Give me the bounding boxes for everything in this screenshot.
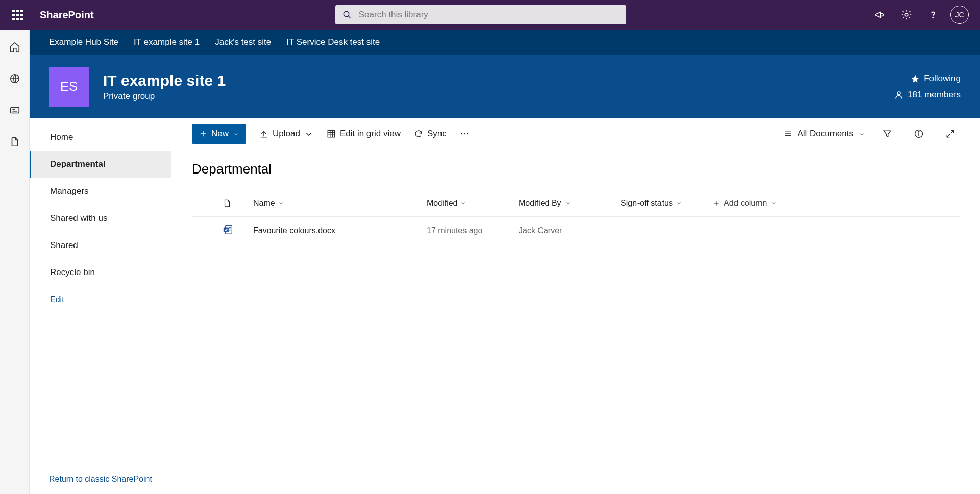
nav-item-recycle-bin[interactable]: Recycle bin	[30, 259, 171, 286]
svg-point-25	[918, 131, 919, 132]
nav-item-managers[interactable]: Managers	[30, 178, 171, 205]
library-title: Departmental	[172, 149, 980, 189]
site-logo[interactable]: ES	[49, 67, 89, 107]
person-icon	[894, 90, 903, 100]
svg-point-3	[933, 17, 933, 18]
new-button[interactable]: New	[192, 124, 246, 144]
gear-icon[interactable]	[894, 3, 919, 27]
new-label: New	[211, 129, 229, 139]
filter-button[interactable]	[878, 125, 896, 143]
svg-rect-5	[10, 108, 19, 113]
file-icon-cell: W	[223, 224, 253, 237]
hub-link-0[interactable]: Example Hub Site	[49, 37, 118, 47]
upload-button[interactable]: Upload	[259, 129, 313, 139]
sync-button[interactable]: Sync	[414, 129, 447, 139]
more-button[interactable]	[460, 129, 469, 138]
home-icon[interactable]	[5, 37, 25, 57]
svg-point-17	[461, 133, 462, 134]
nav-edit-link[interactable]: Edit	[30, 286, 171, 313]
site-header: ES IT example site 1 Private group Follo…	[30, 55, 980, 118]
help-icon[interactable]	[921, 3, 945, 27]
plus-icon	[713, 200, 720, 207]
nav-item-shared-with-us[interactable]: Shared with us	[30, 205, 171, 232]
files-icon[interactable]	[5, 132, 25, 152]
waffle-grid-icon	[12, 10, 23, 20]
hub-link-1[interactable]: IT example site 1	[134, 37, 200, 47]
app-launcher-icon[interactable]	[5, 3, 30, 27]
col-filetype[interactable]	[223, 199, 253, 208]
following-label: Following	[924, 73, 961, 84]
info-icon	[914, 129, 924, 139]
chevron-down-icon	[304, 130, 313, 139]
search-icon	[342, 10, 352, 19]
site-subtitle: Private group	[103, 91, 226, 102]
col-modified-by[interactable]: Modified By	[519, 199, 621, 208]
app-name[interactable]: SharePoint	[40, 9, 94, 21]
edit-grid-button[interactable]: Edit in grid view	[327, 129, 401, 139]
word-file-icon: W	[223, 224, 234, 235]
document-area: New Upload Edit in grid view Sync	[172, 118, 980, 494]
file-table: Name Modified Modified By Sign-off	[172, 189, 980, 244]
hub-link-2[interactable]: Jack's test site	[215, 37, 271, 47]
following-button[interactable]: Following	[911, 73, 961, 84]
file-modified-by: Jack Carver	[519, 226, 621, 235]
chevron-down-icon	[460, 200, 467, 206]
suite-bar: SharePoint JC	[0, 0, 980, 30]
col-signoff[interactable]: Sign-off status	[621, 199, 713, 208]
svg-rect-12	[328, 130, 335, 137]
upload-icon	[259, 129, 268, 138]
search-box[interactable]	[335, 5, 626, 24]
command-bar: New Upload Edit in grid view Sync	[172, 118, 980, 149]
members-button[interactable]: 181 members	[894, 90, 961, 100]
site-header-right: Following 181 members	[894, 73, 961, 100]
globe-icon[interactable]	[5, 68, 25, 89]
chevron-down-icon	[771, 200, 777, 206]
add-column-button[interactable]: Add column	[713, 199, 815, 208]
star-icon	[911, 74, 920, 83]
suite-right: JC	[868, 3, 972, 27]
chevron-down-icon	[676, 200, 682, 206]
expand-button[interactable]	[941, 125, 960, 143]
info-button[interactable]	[910, 125, 928, 143]
nav-item-shared[interactable]: Shared	[30, 232, 171, 259]
site-title[interactable]: IT example site 1	[103, 72, 226, 89]
chevron-down-icon	[233, 131, 239, 137]
app-rail	[0, 30, 30, 494]
grid-icon	[327, 129, 336, 138]
edit-grid-label: Edit in grid view	[340, 129, 401, 139]
col-modified[interactable]: Modified	[427, 199, 519, 208]
list-icon	[783, 129, 792, 138]
chevron-down-icon	[859, 131, 865, 137]
plus-icon	[199, 130, 207, 138]
chevron-down-icon	[565, 200, 571, 206]
user-avatar[interactable]: JC	[947, 3, 972, 27]
filter-icon	[882, 129, 892, 139]
svg-point-8	[897, 92, 900, 95]
upload-label: Upload	[273, 129, 300, 139]
nav-item-home[interactable]: Home	[30, 124, 171, 151]
megaphone-icon[interactable]	[868, 3, 892, 27]
file-name[interactable]: Favourite colours.docx	[253, 226, 427, 235]
svg-point-19	[467, 133, 468, 134]
site-title-block: IT example site 1 Private group	[103, 72, 226, 102]
view-label: All Documents	[797, 129, 853, 139]
news-icon[interactable]	[5, 100, 25, 120]
table-row[interactable]: W Favourite colours.docx 17 minutes ago …	[192, 217, 960, 244]
classic-sharepoint-link[interactable]: Return to classic SharePoint	[30, 464, 171, 494]
hub-link-3[interactable]: IT Service Desk test site	[286, 37, 380, 47]
col-name[interactable]: Name	[253, 199, 427, 208]
svg-point-2	[905, 13, 908, 16]
left-nav: Home Departmental Managers Shared with u…	[30, 118, 172, 494]
svg-text:W: W	[225, 228, 228, 231]
table-header: Name Modified Modified By Sign-off	[192, 189, 960, 217]
view-switcher[interactable]: All Documents	[783, 129, 865, 139]
chevron-down-icon	[278, 200, 284, 206]
expand-icon	[945, 129, 955, 139]
ellipsis-icon	[460, 129, 469, 138]
nav-item-departmental[interactable]: Departmental	[30, 151, 171, 178]
svg-point-0	[344, 11, 349, 17]
file-modified: 17 minutes ago	[427, 226, 519, 235]
svg-line-1	[348, 16, 351, 18]
search-input[interactable]	[359, 10, 619, 20]
svg-point-18	[464, 133, 465, 134]
